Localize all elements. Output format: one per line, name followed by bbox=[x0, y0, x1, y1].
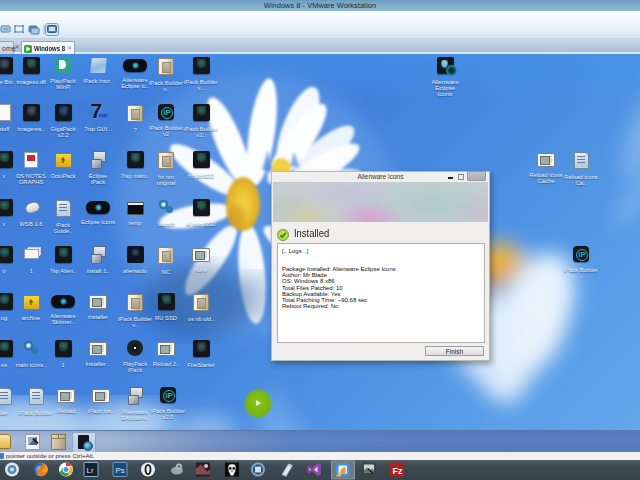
svg-text:Ps: Ps bbox=[116, 466, 125, 475]
svg-text:Lr: Lr bbox=[87, 466, 94, 475]
svg-text:Fz: Fz bbox=[393, 466, 403, 476]
